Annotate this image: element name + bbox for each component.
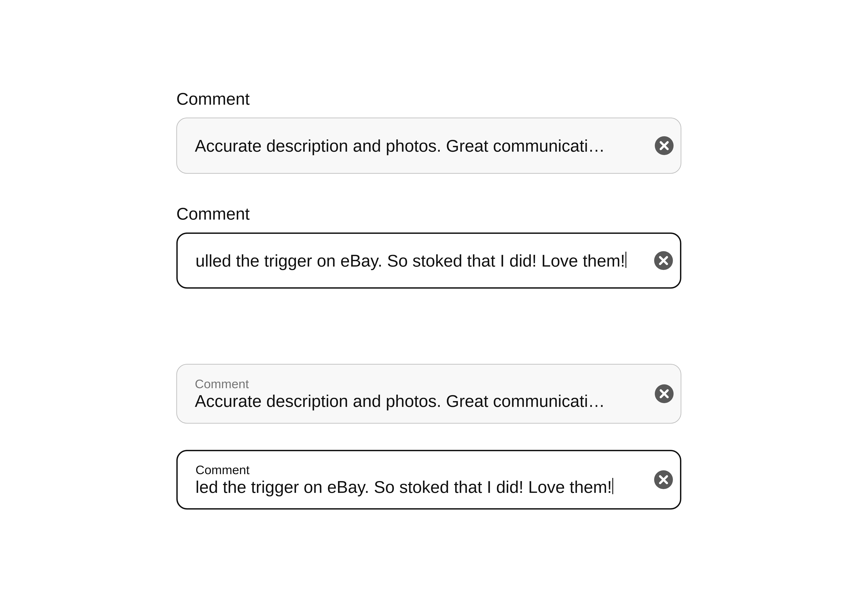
comment-label: Comment [176, 204, 681, 223]
clear-button[interactable] [653, 250, 674, 271]
comment-input-resting[interactable]: Accurate description and photos. Great c… [176, 118, 681, 174]
comment-input-value: ulled the trigger on eBay. So stoked tha… [196, 251, 648, 270]
clear-button[interactable] [653, 469, 674, 490]
comment-input-focused[interactable]: ulled the trigger on eBay. So stoked tha… [176, 233, 681, 289]
comment-float-label: Comment [195, 377, 648, 391]
comment-input-floatlabel-focused[interactable]: Comment led the trigger on eBay. So stok… [176, 450, 681, 510]
comment-input-value: led the trigger on eBay. So stoked that … [196, 477, 648, 496]
clear-icon [653, 469, 674, 490]
clear-button[interactable] [654, 383, 674, 404]
text-caret [625, 252, 626, 268]
comment-input-value: Accurate description and photos. Great c… [195, 391, 648, 411]
comment-input-floatlabel-resting[interactable]: Comment Accurate description and photos.… [176, 364, 681, 424]
comment-label: Comment [176, 89, 681, 108]
clear-icon [654, 383, 674, 404]
clear-button[interactable] [654, 135, 674, 156]
comment-float-label: Comment [196, 463, 648, 477]
text-caret [612, 478, 613, 494]
comment-input-value: Accurate description and photos. Great c… [195, 136, 648, 155]
clear-icon [653, 250, 674, 271]
clear-icon [654, 135, 674, 156]
